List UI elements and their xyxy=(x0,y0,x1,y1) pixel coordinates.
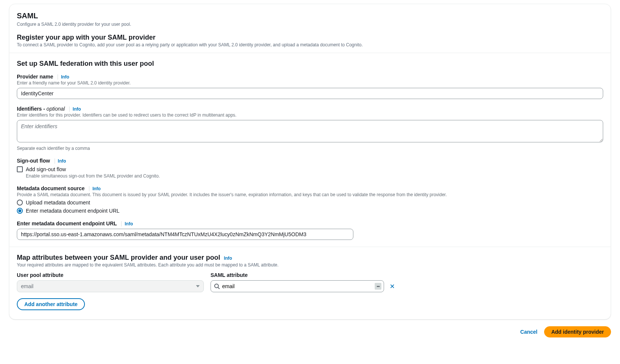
page-subtitle: Configure a SAML 2.0 identity provider f… xyxy=(17,22,603,27)
main-panel: SAML Configure a SAML 2.0 identity provi… xyxy=(9,4,611,320)
radio-upload[interactable] xyxy=(17,200,23,206)
map-section: Map attributes between your SAML provide… xyxy=(17,254,603,310)
signout-checkbox[interactable] xyxy=(17,166,23,172)
identifiers-input[interactable] xyxy=(17,120,603,142)
footer-actions: Cancel Add identity provider xyxy=(0,320,620,337)
divider xyxy=(9,53,611,53)
add-identity-provider-button[interactable]: Add identity provider xyxy=(544,326,611,337)
page-title: SAML xyxy=(17,12,603,20)
metadata-info-link[interactable]: Info xyxy=(89,186,101,191)
register-desc: To connect a SAML provider to Cognito, a… xyxy=(17,42,603,47)
saml-col-label: SAML attribute xyxy=(211,272,398,278)
provider-name-label: Provider name xyxy=(17,74,53,80)
radio-url-label: Enter metadata document endpoint URL xyxy=(26,208,120,214)
signout-label: Sign-out flow xyxy=(17,158,50,164)
add-attribute-button[interactable]: Add another attribute xyxy=(17,298,85,310)
identifiers-hint: Enter identifiers for this provider. Ide… xyxy=(17,112,603,118)
provider-name-input[interactable] xyxy=(17,88,603,99)
userpool-col: User pool attribute email xyxy=(17,272,204,292)
close-icon xyxy=(390,284,395,289)
userpool-col-label: User pool attribute xyxy=(17,272,204,278)
identifiers-group: Identifiers - optional Info Enter identi… xyxy=(17,106,603,151)
map-info-link[interactable]: Info xyxy=(224,256,232,261)
signout-group: Sign-out flow Info Add sign-out flow Ena… xyxy=(17,158,603,179)
provider-name-hint: Enter a friendly name for your SAML 2.0 … xyxy=(17,80,603,86)
signout-checkbox-label: Add sign-out flow xyxy=(26,166,66,173)
endpoint-label: Enter metadata document endpoint URL xyxy=(17,220,117,226)
setup-title: Set up SAML federation with this user po… xyxy=(17,60,603,68)
attribute-row: User pool attribute email SAML attribute xyxy=(17,272,603,292)
saml-col: SAML attribute ••• xyxy=(211,272,398,292)
chevron-down-icon xyxy=(196,285,200,287)
svg-line-1 xyxy=(218,287,220,289)
userpool-attribute-value: email xyxy=(21,283,33,289)
search-icon xyxy=(214,283,220,289)
svg-point-0 xyxy=(215,284,218,288)
provider-name-group: Provider name Info Enter a friendly name… xyxy=(17,74,603,99)
cancel-button[interactable]: Cancel xyxy=(520,329,537,335)
saml-attribute-input[interactable] xyxy=(222,283,375,289)
map-desc: Your required attributes are mapped to t… xyxy=(17,262,603,268)
endpoint-info-link[interactable]: Info xyxy=(121,221,133,226)
signout-checkbox-sub: Enable simultaneous sign-out from the SA… xyxy=(26,173,603,179)
metadata-group: Metadata document source Info Provide a … xyxy=(17,185,603,214)
metadata-label: Metadata document source xyxy=(17,185,85,191)
saml-attribute-input-wrap[interactable]: ••• xyxy=(211,280,384,292)
metadata-hint: Provide a SAML metadata document. This d… xyxy=(17,192,603,197)
provider-name-info-link[interactable]: Info xyxy=(58,74,69,80)
remove-attribute-button[interactable] xyxy=(387,281,398,291)
divider-2 xyxy=(9,247,611,247)
identifiers-label: Identifiers - optional xyxy=(17,106,65,112)
endpoint-url-input[interactable] xyxy=(17,229,353,240)
identifiers-info-link[interactable]: Info xyxy=(69,107,81,112)
register-title: Register your app with your SAML provide… xyxy=(17,34,603,41)
ellipsis-icon[interactable]: ••• xyxy=(375,283,381,290)
endpoint-group: Enter metadata document endpoint URL Inf… xyxy=(17,220,603,240)
userpool-attribute-select: email xyxy=(17,280,204,292)
radio-url[interactable] xyxy=(17,208,23,214)
signout-info-link[interactable]: Info xyxy=(55,158,66,164)
identifiers-below-hint: Separate each identifier by a comma xyxy=(17,146,603,151)
radio-upload-label: Upload metadata document xyxy=(26,200,90,206)
map-title: Map attributes between your SAML provide… xyxy=(17,254,220,261)
